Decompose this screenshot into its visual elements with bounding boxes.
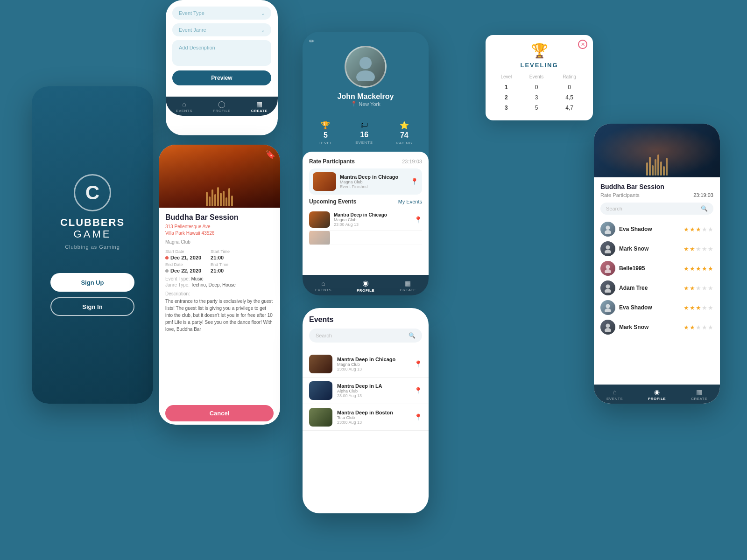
chevron-down-icon: ⌄ [261, 28, 265, 33]
nav-create[interactable]: ▦ CREATE [691, 388, 707, 401]
location-pin-icon: 📍 [410, 178, 418, 185]
participant-row[interactable]: Eva Shadow ★★★★★ [600, 219, 713, 239]
search-bar[interactable]: Search 🔍 [309, 329, 422, 343]
location-pin-icon: 📍 [414, 360, 422, 368]
profile-name: John Mackelroy [338, 92, 394, 101]
participant-row[interactable]: Adam Tree ★★★★★ [600, 278, 713, 298]
create-icon: ▦ [696, 388, 702, 396]
empty-star-icon: ★ [708, 285, 713, 292]
star-rating[interactable]: ★★★★★ [684, 324, 713, 331]
home-icon: ⌂ [182, 100, 186, 108]
svg-point-9 [605, 289, 611, 293]
event-thumbnail [309, 355, 332, 373]
search-icon: 🔍 [409, 332, 416, 339]
participant-name: Belle1995 [619, 265, 680, 272]
preview-button[interactable]: Preview [172, 70, 271, 85]
profile-avatar [345, 46, 387, 88]
nav-profile-active[interactable]: ◉ PROFILE [648, 388, 666, 401]
leveling-table: Level Events Rating 1 0 0 2 3 4,5 3 5 4,… [493, 74, 585, 113]
participant-row[interactable]: Eva Shadow ★★★★★ [600, 298, 713, 317]
filled-star-icon: ★ [684, 226, 689, 233]
profile-icon-active: ◉ [654, 388, 660, 396]
participant-avatar [600, 261, 615, 276]
filled-star-icon: ★ [684, 285, 689, 292]
description-textarea[interactable]: Add Description [172, 40, 271, 66]
upcoming-event-item-2[interactable] [309, 231, 422, 245]
bookmark-icon[interactable]: 🔖 [265, 149, 275, 160]
svg-point-7 [605, 269, 611, 273]
brand-tagline: Clubbing as Gaming [65, 244, 120, 250]
nav-events[interactable]: ⌂ EVENTS [606, 388, 623, 401]
participant-avatar [600, 280, 615, 295]
bottom-nav-profile: ⌂ EVENTS ◉ PROFILE ▦ CREATE [303, 275, 429, 295]
nav-profile[interactable]: ◯ PROFILE [213, 100, 231, 113]
events-title: Events [309, 315, 422, 324]
search-icon: 🔍 [701, 205, 708, 212]
participant-row[interactable]: Mark Snow ★★★★★ [600, 317, 713, 337]
star-rating[interactable]: ★★★★★ [684, 226, 713, 233]
participant-name: Mark Snow [619, 324, 680, 330]
home-icon: ⌂ [613, 388, 616, 396]
svg-point-8 [606, 285, 610, 289]
nav-create[interactable]: ▦ CREATE [400, 280, 416, 292]
leveling-title: LEVELING [493, 62, 585, 69]
star-rating[interactable]: ★★★★★ [684, 245, 713, 252]
empty-star-icon: ★ [702, 324, 707, 331]
empty-star-icon: ★ [702, 226, 707, 233]
empty-star-icon: ★ [708, 324, 713, 331]
svg-point-2 [606, 226, 610, 230]
svg-point-5 [605, 250, 611, 253]
participant-search-bar[interactable]: Search 🔍 [600, 203, 713, 215]
event-thumbnail [309, 381, 332, 400]
filled-star-icon: ★ [696, 304, 701, 311]
svg-point-10 [606, 304, 610, 308]
nav-events[interactable]: ⌂ EVENTS [176, 100, 192, 113]
close-button[interactable]: ✕ [578, 40, 587, 49]
nav-create[interactable]: ▦ CREATE [251, 100, 268, 113]
empty-star-icon: ★ [708, 226, 713, 233]
event-address: 313 Pellentesque Ave Villa Park Hawaii 4… [165, 224, 274, 237]
nav-events[interactable]: ⌂ EVENTS [315, 280, 331, 292]
leveling-popup: ✕ 🏆 LEVELING Level Events Rating 1 0 0 2… [486, 35, 593, 120]
star-rating[interactable]: ★★★★★ [684, 265, 713, 272]
my-events-link[interactable]: My Events [398, 199, 422, 204]
svg-point-3 [605, 230, 611, 234]
trophy-icon: 🏆 [493, 42, 585, 59]
event-list-item-1[interactable]: Mantra Deep in Chicago Magna Club 23:00 … [303, 351, 429, 378]
svg-point-12 [606, 324, 610, 328]
edit-icon[interactable]: ✏ [309, 37, 315, 45]
participants-screen: Buddha Bar Session Rate Participants 23:… [594, 124, 720, 404]
location-pin-icon: 📍 [414, 413, 422, 421]
rate-participants-label: Rate Participants [600, 192, 640, 198]
filled-star-icon: ★ [690, 324, 695, 331]
cancel-button[interactable]: Cancel [165, 405, 274, 421]
create-event-screen: Event Type ⌄ Event Janre ⌄ Add Descripti… [166, 0, 278, 135]
svg-point-13 [605, 328, 611, 332]
svg-point-4 [606, 245, 610, 250]
participant-row[interactable]: Mark Snow ★★★★★ [600, 239, 713, 259]
finished-event-card[interactable]: Mantra Deep in Chicago Magna Club Event … [309, 168, 422, 195]
event-genre-select[interactable]: Event Janre ⌄ [172, 23, 271, 36]
event-list-item-2[interactable]: Mantra Deep in LA Alpha Club 23:00 Aug 1… [303, 378, 429, 404]
participant-row[interactable]: Belle1995 ★★★★★ [600, 259, 713, 278]
event-type-select[interactable]: Event Type ⌄ [172, 7, 271, 20]
event-description: The entrance to the party is exclusively… [165, 298, 274, 333]
empty-star-icon: ★ [696, 285, 701, 292]
events-list: Mantra Deep in Chicago Magna Club 23:00 … [303, 351, 429, 431]
nav-profile-active[interactable]: ◉ PROFILE [357, 279, 374, 293]
signin-button[interactable]: Sign In [50, 297, 134, 316]
star-rating[interactable]: ★★★★★ [684, 285, 713, 292]
star-rating[interactable]: ★★★★★ [684, 304, 713, 311]
participant-name: Eva Shadow [619, 226, 680, 232]
upcoming-event-item[interactable]: Mantra Deep in Chicago Magna Club 23:00 … [309, 209, 422, 231]
pin-icon: 📍 [351, 101, 357, 107]
create-icon: ▦ [405, 280, 411, 287]
participants-list: Eva Shadow ★★★★★ Mark Snow ★★★★★ Belle19… [600, 219, 713, 337]
participant-avatar [600, 241, 615, 256]
filled-star-icon: ★ [690, 285, 695, 292]
profile-screen: ✏ John Mackelroy 📍 New York 🏆 5 LEVEL 🏷 … [303, 32, 429, 295]
participant-avatar [600, 222, 615, 237]
profile-icon-active: ◉ [362, 279, 369, 287]
event-list-item-3[interactable]: Mantra Deep in Boston Teta Club 23:00 Au… [303, 404, 429, 431]
signup-button[interactable]: Sign Up [50, 273, 134, 292]
